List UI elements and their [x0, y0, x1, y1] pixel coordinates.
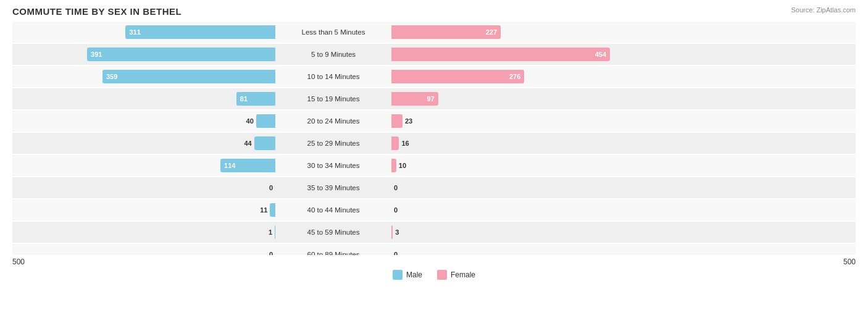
- male-value: 0: [269, 251, 273, 255]
- male-value: 114: [224, 162, 235, 169]
- legend-female: Female: [437, 270, 475, 280]
- female-value: 276: [509, 73, 520, 80]
- row-label: 10 to 14 Minutes: [278, 73, 389, 80]
- source-text: Source: ZipAtlas.com: [791, 6, 856, 14]
- chart-container: COMMUTE TIME BY SEX IN BETHEL Source: Zi…: [0, 0, 868, 323]
- male-value: 11: [260, 206, 267, 214]
- row-label: 45 to 59 Minutes: [278, 229, 389, 236]
- female-bar: [391, 159, 396, 172]
- legend-male-label: Male: [406, 271, 422, 279]
- right-section: 0: [389, 206, 654, 214]
- chart-row: 1140 to 44 Minutes0: [12, 199, 856, 220]
- axis-labels: 500 500: [12, 258, 856, 266]
- bars-wrapper: 311Less than 5 Minutes2273915 to 9 Minut…: [12, 22, 856, 255]
- left-section: 1: [12, 225, 278, 239]
- left-section: 44: [12, 136, 278, 150]
- male-bar: 114: [220, 159, 275, 172]
- female-value: 227: [486, 28, 497, 36]
- female-value: 97: [427, 95, 434, 103]
- female-bar: 97: [391, 92, 438, 106]
- legend-female-box: [437, 270, 447, 280]
- female-value: 0: [394, 251, 398, 255]
- female-bar: [391, 136, 399, 150]
- chart-title: COMMUTE TIME BY SEX IN BETHEL: [12, 6, 856, 17]
- chart-row: 11430 to 34 Minutes10: [12, 155, 856, 176]
- right-section: 3: [389, 225, 654, 239]
- legend-female-label: Female: [451, 271, 475, 279]
- female-value: 16: [401, 140, 409, 147]
- chart-row: 8115 to 19 Minutes97: [12, 88, 856, 109]
- male-bar: 359: [102, 70, 275, 83]
- legend-male: Male: [393, 270, 422, 280]
- left-section: 391: [12, 48, 278, 61]
- axis-label-right: 500: [843, 258, 856, 266]
- row-label: 25 to 29 Minutes: [278, 140, 389, 147]
- chart-row: 4425 to 29 Minutes16: [12, 133, 856, 154]
- male-value: 391: [91, 51, 102, 58]
- male-value: 0: [269, 184, 273, 191]
- right-section: 0: [389, 251, 654, 255]
- chart-row: 4020 to 24 Minutes23: [12, 111, 856, 132]
- male-bar: 391: [87, 48, 275, 61]
- female-bar: 454: [391, 48, 610, 61]
- right-section: 227: [389, 25, 654, 39]
- male-bar: [256, 114, 275, 128]
- chart-row: 145 to 59 Minutes3: [12, 222, 856, 243]
- male-value: 44: [244, 140, 251, 147]
- female-bar: [391, 225, 393, 239]
- female-value: 0: [394, 184, 398, 191]
- legend: Male Female: [12, 270, 856, 280]
- axis-label-left: 500: [12, 258, 25, 266]
- legend-male-box: [393, 270, 403, 280]
- female-bar: 276: [391, 70, 524, 83]
- male-value: 359: [106, 73, 117, 80]
- row-label: 60 to 89 Minutes: [278, 251, 389, 255]
- chart-body: 311Less than 5 Minutes2273915 to 9 Minut…: [12, 22, 856, 280]
- female-value: 23: [405, 117, 412, 125]
- row-label: 30 to 34 Minutes: [278, 162, 389, 169]
- chart-row: 311Less than 5 Minutes227: [12, 22, 856, 43]
- right-section: 23: [389, 114, 654, 128]
- left-section: 0: [12, 251, 278, 255]
- row-label: 35 to 39 Minutes: [278, 184, 389, 191]
- chart-row: 035 to 39 Minutes0: [12, 177, 856, 198]
- female-value: 0: [394, 206, 398, 214]
- female-bar: 227: [391, 25, 501, 39]
- male-value: 311: [129, 28, 140, 36]
- row-label: 40 to 44 Minutes: [278, 206, 389, 214]
- right-section: 10: [389, 159, 654, 172]
- right-section: 0: [389, 184, 654, 191]
- female-value: 10: [399, 162, 406, 169]
- row-label: 5 to 9 Minutes: [278, 51, 389, 58]
- male-value: 81: [240, 95, 248, 103]
- male-bar: [275, 225, 275, 239]
- chart-row: 3915 to 9 Minutes454: [12, 44, 856, 65]
- male-bar: [254, 136, 275, 150]
- left-section: 359: [12, 70, 278, 83]
- right-section: 97: [389, 92, 654, 106]
- right-section: 454: [389, 48, 654, 61]
- left-section: 311: [12, 25, 278, 39]
- female-bar: [391, 114, 403, 128]
- right-section: 276: [389, 70, 654, 83]
- left-section: 114: [12, 159, 278, 172]
- female-value: 454: [595, 51, 606, 58]
- row-label: 15 to 19 Minutes: [278, 95, 389, 103]
- male-value: 40: [246, 117, 254, 125]
- left-section: 81: [12, 92, 278, 106]
- row-label: 20 to 24 Minutes: [278, 117, 389, 125]
- row-label: Less than 5 Minutes: [278, 28, 389, 36]
- right-section: 16: [389, 136, 654, 150]
- male-bar: [270, 203, 275, 217]
- male-bar: 311: [125, 25, 275, 39]
- left-section: 40: [12, 114, 278, 128]
- left-section: 11: [12, 203, 278, 217]
- axis-and-legend: 500 500 Male Female: [12, 258, 856, 280]
- chart-row: 35910 to 14 Minutes276: [12, 66, 856, 87]
- male-bar: 81: [236, 92, 275, 106]
- female-value: 3: [395, 229, 399, 236]
- male-value: 1: [269, 229, 272, 236]
- left-section: 0: [12, 184, 278, 191]
- chart-row: 060 to 89 Minutes0: [12, 244, 856, 255]
